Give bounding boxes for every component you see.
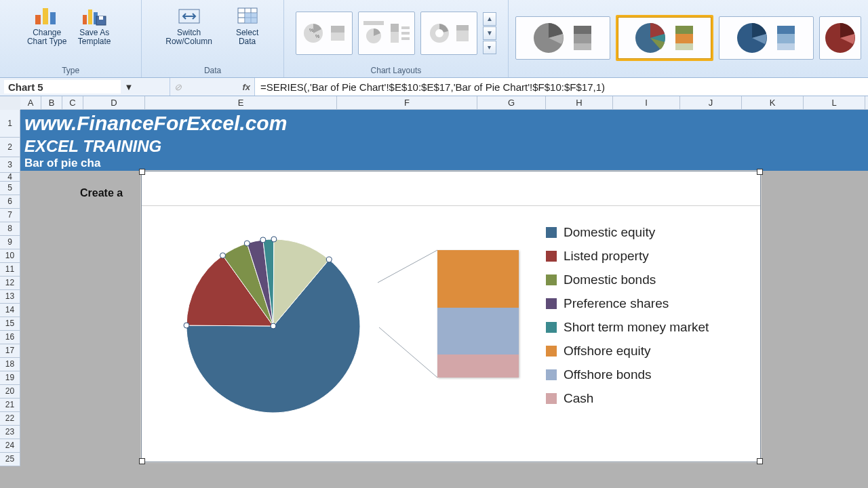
column-header[interactable]: A xyxy=(20,96,41,110)
layouts-up-icon[interactable]: ▲ xyxy=(483,12,496,26)
bar-segment[interactable] xyxy=(437,250,519,308)
row-header[interactable]: 17 xyxy=(0,344,20,358)
row-header[interactable]: 18 xyxy=(0,358,20,371)
bar-segment[interactable] xyxy=(437,354,519,378)
row-header[interactable]: 4 xyxy=(0,173,20,182)
column-header[interactable]: C xyxy=(62,96,83,110)
svg-point-28 xyxy=(435,29,443,37)
legend-label: Listed property xyxy=(564,244,649,268)
row-header[interactable]: 12 xyxy=(0,277,20,290)
legend-item[interactable]: Listed property xyxy=(546,244,709,268)
resize-handle[interactable] xyxy=(757,169,763,175)
column-header[interactable]: H xyxy=(546,96,613,110)
row-header[interactable]: 22 xyxy=(0,412,20,426)
cells-area[interactable]: www.FinanceForExcel.com EXCEL TRAINING B… xyxy=(20,110,868,488)
group-layouts-label: Chart Layouts xyxy=(288,64,504,77)
resize-handle[interactable] xyxy=(139,458,145,464)
layout-thumb-2[interactable] xyxy=(358,12,415,55)
column-header[interactable]: B xyxy=(41,96,62,110)
row-header[interactable]: 9 xyxy=(0,236,20,249)
chart-plot-area[interactable]: Domestic equityListed propertyDomestic b… xyxy=(142,205,760,462)
row-header[interactable]: 13 xyxy=(0,290,20,304)
svg-rect-24 xyxy=(401,26,410,29)
layouts-more-icon[interactable]: ▾ xyxy=(483,41,496,54)
row-header[interactable]: 20 xyxy=(0,385,20,399)
legend-item[interactable]: Cash xyxy=(546,386,709,410)
layouts-spinner[interactable]: ▲ ▼ ▾ xyxy=(483,12,496,54)
row-header[interactable]: 21 xyxy=(0,399,20,412)
row-header[interactable]: 1 xyxy=(0,110,20,138)
svg-line-45 xyxy=(379,327,437,378)
column-header[interactable]: M xyxy=(865,96,868,110)
change-chart-type-button[interactable]: Change Chart Type xyxy=(25,1,68,46)
legend-item[interactable]: Preference shares xyxy=(546,291,709,315)
formula-input[interactable]: =SERIES(,'Bar of Pie Chart'!$E$10:$E$17,… xyxy=(255,78,868,96)
banner-title: www.FinanceForExcel.com xyxy=(20,110,868,137)
group-styles-label xyxy=(513,74,864,77)
style-thumb-1[interactable] xyxy=(515,16,610,60)
resize-handle[interactable] xyxy=(139,169,145,175)
row-header[interactable]: 11 xyxy=(0,263,20,277)
row-header[interactable]: 15 xyxy=(0,317,20,331)
row-header[interactable]: 3 xyxy=(0,157,20,173)
name-box-input[interactable] xyxy=(4,80,121,94)
bar-segment[interactable] xyxy=(437,308,519,354)
resize-handle[interactable] xyxy=(757,458,763,464)
legend-item[interactable]: Offshore equity xyxy=(546,339,709,363)
row-header[interactable]: 6 xyxy=(0,195,20,209)
row-header[interactable]: 8 xyxy=(0,222,20,236)
column-header[interactable]: E xyxy=(145,96,337,110)
switch-icon xyxy=(176,4,202,27)
svg-line-44 xyxy=(378,250,437,283)
row-headers: 1234567891011121314151617181920212223242… xyxy=(0,110,20,466)
column-header[interactable]: D xyxy=(83,96,145,110)
column-header[interactable]: J xyxy=(680,96,742,110)
column-header[interactable]: I xyxy=(613,96,680,110)
legend-label: Offshore bonds xyxy=(564,363,652,386)
svg-rect-23 xyxy=(391,24,399,32)
svg-rect-42 xyxy=(777,34,795,43)
legend-item[interactable]: Short term money market xyxy=(546,315,709,339)
column-header[interactable]: F xyxy=(337,96,477,110)
column-header[interactable]: K xyxy=(742,96,804,110)
cancel-icon[interactable]: ⊘ xyxy=(174,82,182,92)
group-chart-styles xyxy=(509,0,868,77)
name-box-dropdown-icon[interactable]: ▼ xyxy=(121,78,137,96)
select-data-button[interactable]: Select Data xyxy=(226,1,269,46)
style-thumb-2[interactable] xyxy=(616,15,713,61)
column-header[interactable]: G xyxy=(477,96,546,110)
row-header[interactable]: 25 xyxy=(0,453,20,466)
row-header[interactable]: 2 xyxy=(0,138,20,157)
row-header[interactable]: 19 xyxy=(0,371,20,385)
legend[interactable]: Domestic equityListed propertyDomestic b… xyxy=(546,220,709,410)
row-header[interactable]: 5 xyxy=(0,182,20,195)
banner-subtitle: EXCEL TRAINING xyxy=(20,137,868,156)
layouts-down-icon[interactable]: ▼ xyxy=(483,26,496,40)
chart-object[interactable]: Domestic equityListed propertyDomestic b… xyxy=(141,171,761,462)
save-as-template-button[interactable]: Save As Template xyxy=(73,1,116,46)
switch-row-column-button[interactable]: Switch Row/Column xyxy=(157,1,222,46)
svg-rect-7 xyxy=(99,16,103,20)
name-box[interactable]: ▼ xyxy=(0,78,170,96)
chart-title-area[interactable] xyxy=(142,171,760,206)
legend-item[interactable]: Domestic equity xyxy=(546,220,709,244)
legend-item[interactable]: Offshore bonds xyxy=(546,363,709,386)
bar-of-pie-stack[interactable] xyxy=(437,250,519,378)
row-header[interactable]: 16 xyxy=(0,331,20,344)
legend-swatch xyxy=(546,227,557,238)
row-header[interactable]: 24 xyxy=(0,439,20,453)
select-all-corner[interactable] xyxy=(0,96,21,110)
row-header[interactable]: 14 xyxy=(0,304,20,317)
style-thumb-4[interactable] xyxy=(819,16,861,60)
chart-type-icon xyxy=(34,4,60,27)
style-thumb-3[interactable] xyxy=(719,16,814,60)
row-header[interactable]: 10 xyxy=(0,249,20,263)
legend-item[interactable]: Domestic bonds xyxy=(546,268,709,291)
layout-thumb-1[interactable]: %% xyxy=(296,12,353,55)
fx-icon[interactable]: fx xyxy=(242,82,250,92)
row-header[interactable]: 23 xyxy=(0,426,20,439)
layout-thumb-3[interactable] xyxy=(420,12,477,55)
row-header[interactable]: 7 xyxy=(0,209,20,222)
svg-rect-30 xyxy=(456,25,469,30)
column-header[interactable]: L xyxy=(804,96,865,110)
